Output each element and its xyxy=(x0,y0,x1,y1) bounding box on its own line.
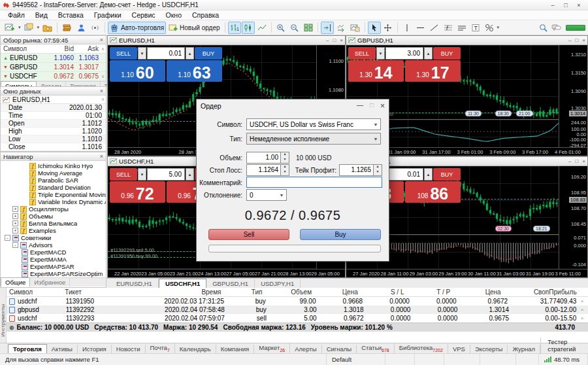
profiles-button[interactable] xyxy=(22,22,36,34)
col-bid[interactable]: Bid xyxy=(46,45,74,52)
tab-common[interactable]: Общие xyxy=(1,277,30,287)
buy-price-button[interactable]: 1.3017 xyxy=(405,60,461,82)
scroll-up-icon[interactable]: ∧ xyxy=(101,46,106,52)
market-watch-row[interactable]: ▼USDCHF 0.9672 0.9675 ∨ xyxy=(1,72,106,81)
volume-down-icon[interactable]: ▼ xyxy=(138,47,146,60)
menu-file[interactable]: Файл xyxy=(3,11,30,19)
scroll-up-icon[interactable]: ∧ xyxy=(101,97,106,102)
line-chart-button[interactable] xyxy=(255,22,269,34)
chart-minimize-icon[interactable]: – xyxy=(568,37,571,43)
chat-icon[interactable] xyxy=(549,22,563,34)
tab-company[interactable]: Компания xyxy=(216,345,254,353)
deviation-select[interactable]: 0▼ xyxy=(246,189,287,201)
tab-history[interactable]: История xyxy=(78,345,112,353)
tree-item[interactable]: ExpertMAPSAR xyxy=(1,263,106,270)
new-chart-button[interactable] xyxy=(3,22,17,34)
chart-maximize-icon[interactable]: □ xyxy=(575,37,578,43)
tree-item[interactable]: -Advisors xyxy=(1,241,106,249)
sell-button[interactable]: Sell xyxy=(208,229,289,240)
tab-mail[interactable]: Почта7 xyxy=(146,343,175,353)
status-profile[interactable]: Default xyxy=(327,354,385,365)
templates-button[interactable] xyxy=(348,22,362,34)
cursor-tool-button[interactable] xyxy=(368,22,381,34)
close-position-icon[interactable]: × xyxy=(576,307,588,313)
chart-tab-gbpusd[interactable]: GBPUSD,H1 xyxy=(206,279,255,288)
market-folder-button[interactable] xyxy=(41,22,54,34)
menu-tools[interactable]: Сервис xyxy=(127,11,161,19)
chart-maximize-icon[interactable]: □ xyxy=(333,37,336,43)
vline-tool-button[interactable] xyxy=(400,22,414,34)
col-symbol[interactable]: Символ xyxy=(7,288,65,296)
sell-price-button[interactable]: 1.1060 xyxy=(110,60,165,82)
expand-icon[interactable]: + xyxy=(12,228,18,234)
col-ask[interactable]: Ask xyxy=(74,45,100,52)
shapes-dropdown[interactable]: ▾ xyxy=(497,25,500,30)
tab-alerts[interactable]: Алерты xyxy=(290,345,321,353)
tab-vps[interactable]: VPS xyxy=(448,345,470,353)
volume-input[interactable]: 3.00 xyxy=(385,47,423,60)
market-watch-row[interactable]: ▼GBPUSD 1.3014 1.3017 xyxy=(1,63,106,72)
chart-close-icon[interactable]: × xyxy=(582,37,585,43)
chart-minimize-icon[interactable]: – xyxy=(568,158,571,164)
col-profit[interactable]: Прибыль xyxy=(549,288,576,296)
buy-price-button[interactable]: 10886 xyxy=(405,181,461,203)
tree-item[interactable]: +ƒБилла Вильямса xyxy=(1,220,106,227)
menu-help[interactable]: Справка xyxy=(187,11,224,19)
col-swap[interactable]: Своп xyxy=(501,288,549,296)
quotes-book-button[interactable] xyxy=(60,22,74,34)
volume-up-icon[interactable]: ▲ xyxy=(186,47,194,60)
tree-item[interactable]: ƒVariable Index Dynamic A xyxy=(1,198,106,205)
chart-tab-usdjpy[interactable]: USDJPY,H1 xyxy=(255,279,301,288)
menu-insert[interactable]: Вставка xyxy=(53,11,89,19)
dialog-minimize-icon[interactable]: — xyxy=(357,101,363,111)
menu-view[interactable]: Вид xyxy=(30,11,53,19)
expand-icon[interactable]: + xyxy=(12,220,18,226)
spin-down-icon[interactable]: ▼ xyxy=(374,170,382,175)
volume-up-icon[interactable]: ▲ xyxy=(424,168,433,181)
volume-down-icon[interactable]: ▼ xyxy=(138,168,146,181)
market-watch-row[interactable]: ▲EURUSD 1.1060 1.1063 xyxy=(1,54,106,63)
col-type[interactable]: Тип xyxy=(221,288,262,296)
sell-price-button[interactable]: 0.9672 xyxy=(110,181,165,203)
tab-news[interactable]: Новости xyxy=(112,345,146,353)
autoscroll-button[interactable] xyxy=(335,22,348,34)
menu-charts[interactable]: Графики xyxy=(89,11,127,19)
tree-item[interactable]: ExpertMAMA xyxy=(1,256,106,263)
tile-windows-button[interactable] xyxy=(302,22,315,34)
collapse-icon[interactable]: - xyxy=(5,235,10,241)
chart-tab-eurusd[interactable]: EURUSD,H1 xyxy=(110,279,159,288)
collapse-icon[interactable]: - xyxy=(12,242,18,248)
close-icon[interactable]: × xyxy=(572,2,585,9)
trendline-tool-button[interactable] xyxy=(428,22,441,34)
tab-experts[interactable]: Эксперты xyxy=(470,345,508,353)
shift-end-button[interactable] xyxy=(321,22,334,34)
scroll-down-icon[interactable]: ∨ xyxy=(101,74,106,79)
comment-input[interactable] xyxy=(246,177,382,188)
sell-button[interactable]: SELL xyxy=(110,47,137,60)
broadcast-button[interactable] xyxy=(88,22,102,34)
fibonacci-tool-button[interactable]: f xyxy=(442,22,455,34)
new-chart-dropdown[interactable]: ▾ xyxy=(18,25,22,30)
hline-tool-button[interactable] xyxy=(414,22,427,34)
col-time[interactable]: Время xyxy=(123,288,221,296)
volume-input[interactable]: 5.00 xyxy=(147,168,185,181)
expand-icon[interactable]: + xyxy=(12,213,18,219)
trade-row[interactable]: usdchf 11391950 2020.02.03 17:31:25 buy … xyxy=(7,297,588,305)
dialog-close-icon[interactable]: × xyxy=(380,101,385,111)
volume-input[interactable]: 0.01 xyxy=(147,47,185,60)
community-user-button[interactable] xyxy=(74,22,88,34)
expand-icon[interactable]: + xyxy=(12,206,18,212)
chart-close-icon[interactable]: × xyxy=(340,37,343,43)
chart-minimize-icon[interactable]: – xyxy=(326,37,329,43)
buy-button[interactable]: Buy xyxy=(300,229,381,240)
col-volume[interactable]: Объем xyxy=(262,288,312,296)
buy-price-button[interactable]: 1.1063 xyxy=(167,60,222,82)
buy-button[interactable]: BUY xyxy=(433,168,461,181)
profiles-dropdown[interactable]: ▾ xyxy=(37,25,41,30)
text-tool-button[interactable]: T xyxy=(469,22,482,34)
data-window-close-icon[interactable]: × xyxy=(100,88,103,94)
zoom-in-button[interactable] xyxy=(274,22,287,34)
close-position-icon[interactable]: × xyxy=(576,298,588,304)
spin-down-icon[interactable]: ▼ xyxy=(281,158,289,163)
tab-calendar[interactable]: Календарь xyxy=(175,345,216,353)
